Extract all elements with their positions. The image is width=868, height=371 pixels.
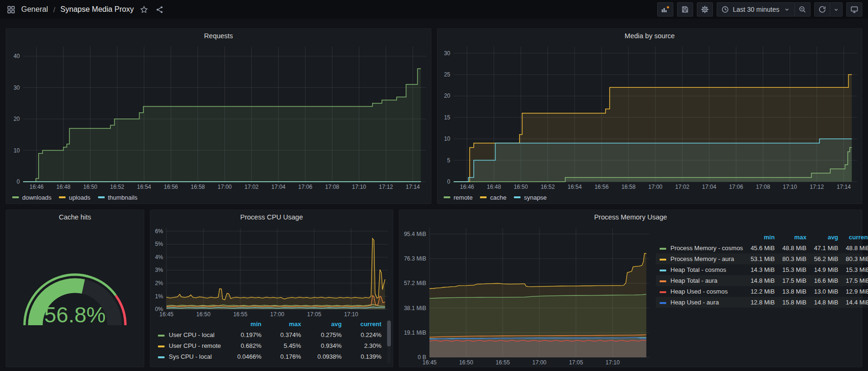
legend-item-thumbnails[interactable]: thumbnails <box>98 194 138 201</box>
legend-item-downloads[interactable]: downloads <box>12 194 51 201</box>
legend-label[interactable]: Heap Used - aura <box>670 299 719 306</box>
legend-swatch <box>480 196 487 198</box>
cycle-view-mode-button[interactable] <box>846 2 862 17</box>
breadcrumb-dashboard-title[interactable]: Synapse Media Proxy <box>60 5 134 14</box>
legend-scrollbar[interactable] <box>387 320 391 364</box>
media-by-source-legend: remotecachesynapse <box>438 191 862 203</box>
time-range-picker[interactable]: Last 30 minutes <box>717 2 795 17</box>
legend-series-name[interactable]: Heap Used - cosmos <box>656 286 747 297</box>
legend-label[interactable]: Heap Used - cosmos <box>670 288 727 295</box>
legend-label[interactable]: downloads <box>22 194 51 201</box>
y-axis-label: 57.2 MiB <box>404 280 426 287</box>
panel-title-requests[interactable]: Requests <box>6 29 431 43</box>
legend-series-name[interactable]: User CPU - local <box>154 329 225 340</box>
legend-swatch <box>514 196 521 198</box>
legend-stat-value: 0.0466% <box>225 351 265 362</box>
legend-table: minmaxavgcurrentProcess Memory - cosmos4… <box>656 232 868 308</box>
legend-label[interactable]: thumbnails <box>108 194 138 201</box>
monitor-icon <box>851 6 858 13</box>
legend-stat-header-avg[interactable]: avg <box>810 232 842 243</box>
legend-table-row: User CPU - remote0.682%5.45%0.934%2.30% <box>154 340 385 351</box>
legend-series-name[interactable]: Heap Total - cosmos <box>656 264 747 275</box>
legend-label[interactable]: uploads <box>69 194 91 201</box>
legend-series-name[interactable]: Process Memory - cosmos <box>656 243 747 253</box>
process-cpu-time-series-plot[interactable]: 0%1%2%3%4%5%6%16:4516:5016:5517:0017:051… <box>150 224 393 319</box>
legend-stat-header-min[interactable]: min <box>747 232 778 243</box>
dashboards-grid-icon[interactable] <box>6 4 16 15</box>
x-axis-label: 16:46 <box>460 184 474 190</box>
legend-scrollbar-thumb[interactable] <box>387 320 391 346</box>
y-axis-label: 6% <box>155 228 164 235</box>
legend-label[interactable]: Process Memory - cosmos <box>670 245 743 252</box>
y-axis-label: 38.1 MiB <box>404 305 426 312</box>
x-axis-label: 17:00 <box>270 311 284 318</box>
x-axis-label: 16:58 <box>621 184 636 190</box>
y-axis-label: 10 <box>444 135 451 142</box>
legend-item-cache[interactable]: cache <box>480 194 506 201</box>
y-axis-label: 2% <box>155 280 164 287</box>
media-by-source-time-series-plot[interactable]: 05101520253016:4616:4816:5016:5216:5416:… <box>438 43 862 191</box>
legend-series-name[interactable]: Heap Used - aura <box>656 297 747 308</box>
legend-label[interactable]: remote <box>454 194 472 201</box>
refresh-interval-dropdown[interactable] <box>830 2 843 17</box>
x-axis-label: 17:08 <box>756 184 770 190</box>
legend-label[interactable]: User CPU - local <box>169 331 215 338</box>
y-axis-label: 0 <box>17 178 20 185</box>
x-axis-label: 17:05 <box>569 359 583 366</box>
legend-label[interactable]: Process Memory - aura <box>670 255 734 262</box>
legend-label[interactable]: User CPU - remote <box>169 342 221 349</box>
star-icon[interactable] <box>139 4 149 15</box>
requests-time-series-plot[interactable]: 01020304016:4616:4816:5016:5216:5416:561… <box>6 43 431 191</box>
legend-stat-header-current[interactable]: current <box>842 232 868 243</box>
refresh-button[interactable] <box>814 2 830 17</box>
legend-stat-value: 13.8 MiB <box>778 286 810 297</box>
x-axis-label: 16:52 <box>541 184 555 190</box>
legend-series-name[interactable]: Sys CPU - local <box>154 351 225 362</box>
legend-stat-value: 80.3 MiB <box>842 253 868 264</box>
save-dashboard-button[interactable] <box>677 2 693 17</box>
legend-item-remote[interactable]: remote <box>444 194 472 201</box>
legend-stat-value: 0.176% <box>265 351 305 362</box>
add-panel-button[interactable] <box>657 2 673 17</box>
legend-swatch <box>660 270 666 271</box>
legend-stat-header-min[interactable]: min <box>225 319 265 329</box>
legend-item-uploads[interactable]: uploads <box>59 194 91 201</box>
panel-title-cache-hits[interactable]: Cache hits <box>6 210 144 224</box>
legend-stat-header-current[interactable]: current <box>346 319 385 329</box>
legend-label[interactable]: Heap Total - cosmos <box>670 266 726 273</box>
add-panel-icon <box>661 6 670 13</box>
process-memory-time-series-plot[interactable]: 0 B19.1 MiB38.1 MiB57.2 MiB76.3 MiB95.4 … <box>399 224 654 367</box>
x-axis-label: 16:50 <box>514 184 528 190</box>
panel-title-process-cpu-usage[interactable]: Process CPU Usage <box>150 210 393 224</box>
legend-series-name[interactable]: Heap Total - aura <box>656 275 747 286</box>
legend-swatch <box>98 196 105 198</box>
legend-label[interactable]: cache <box>490 194 506 201</box>
legend-label[interactable]: synapse <box>524 194 546 201</box>
y-axis-label: 20 <box>14 116 20 122</box>
legend-stat-value: 0.139% <box>346 351 385 362</box>
x-axis-label: 16:46 <box>29 184 43 190</box>
legend-stat-header-max[interactable]: max <box>265 319 305 329</box>
chevron-down-icon <box>784 6 790 13</box>
zoom-out-time-button[interactable] <box>794 2 810 17</box>
series-area <box>454 139 852 182</box>
chevron-down-icon <box>833 7 839 13</box>
legend-stat-header-max[interactable]: max <box>778 232 810 243</box>
legend-stat-value: 2.30% <box>346 340 385 351</box>
legend-table: minmaxavgcurrentUser CPU - local0.197%0.… <box>154 319 385 362</box>
panel-title-media-by-source[interactable]: Media by source <box>438 29 862 43</box>
dashboard-settings-button[interactable] <box>697 2 713 17</box>
legend-swatch <box>444 196 450 198</box>
panel-title-process-memory-usage[interactable]: Process Memory Usage <box>399 210 862 224</box>
x-axis-label: 17:10 <box>352 184 366 190</box>
legend-series-name[interactable]: Process Memory - aura <box>656 253 747 264</box>
x-axis-label: 17:08 <box>325 184 339 190</box>
legend-label[interactable]: Sys CPU - local <box>169 353 212 360</box>
breadcrumb-section[interactable]: General <box>21 5 48 14</box>
legend-series-name[interactable]: User CPU - remote <box>154 340 225 351</box>
share-icon[interactable] <box>155 4 165 15</box>
legend-stat-header-avg[interactable]: avg <box>305 319 346 329</box>
legend-item-synapse[interactable]: synapse <box>514 194 546 201</box>
series-line <box>166 238 385 300</box>
legend-label[interactable]: Heap Total - aura <box>670 277 718 284</box>
